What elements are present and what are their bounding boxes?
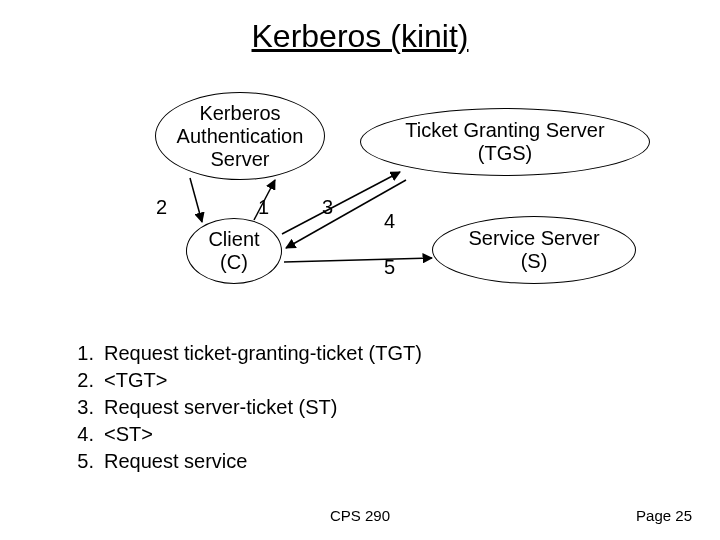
node-service-server: Service Server(S): [432, 216, 636, 284]
svg-line-2: [282, 172, 400, 234]
page-title: Kerberos (kinit): [0, 18, 720, 55]
step-text: Request server-ticket (ST): [104, 394, 337, 421]
step-text: <TGT>: [104, 367, 167, 394]
svg-line-1: [190, 178, 202, 222]
footer-course: CPS 290: [0, 507, 720, 524]
edge-label-3: 3: [322, 196, 333, 219]
list-item: 2. <TGT>: [60, 367, 422, 394]
edge-label-4: 4: [384, 210, 395, 233]
step-text: Request service: [104, 448, 247, 475]
steps-list: 1. Request ticket-granting-ticket (TGT) …: [60, 340, 422, 475]
list-item: 5. Request service: [60, 448, 422, 475]
step-number: 1.: [60, 340, 104, 367]
step-number: 4.: [60, 421, 104, 448]
step-number: 5.: [60, 448, 104, 475]
step-number: 2.: [60, 367, 104, 394]
edge-label-2: 2: [156, 196, 167, 219]
step-text: <ST>: [104, 421, 153, 448]
node-kerberos-authentication-server: KerberosAuthenticationServer: [155, 92, 325, 180]
footer-page: Page 25: [636, 507, 692, 524]
edge-label-1: 1: [258, 196, 269, 219]
list-item: 1. Request ticket-granting-ticket (TGT): [60, 340, 422, 367]
svg-line-4: [284, 258, 432, 262]
step-text: Request ticket-granting-ticket (TGT): [104, 340, 422, 367]
node-ticket-granting-server: Ticket Granting Server(TGS): [360, 108, 650, 176]
list-item: 3. Request server-ticket (ST): [60, 394, 422, 421]
node-client: Client(C): [186, 218, 282, 284]
edge-label-5: 5: [384, 256, 395, 279]
step-number: 3.: [60, 394, 104, 421]
list-item: 4. <ST>: [60, 421, 422, 448]
